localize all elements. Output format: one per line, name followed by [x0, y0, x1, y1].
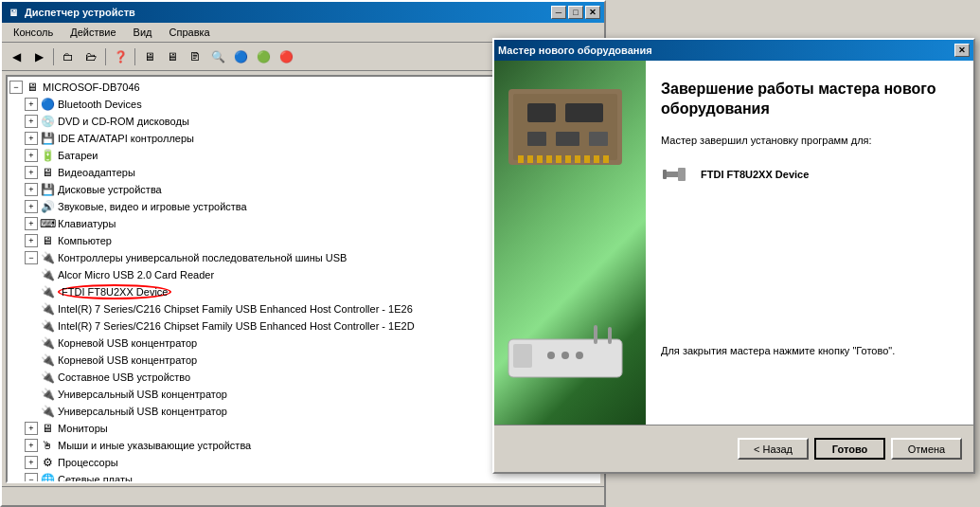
back-button[interactable]: < Назад: [738, 438, 809, 460]
icon5[interactable]: 🔵: [230, 46, 251, 67]
svg-rect-16: [603, 155, 609, 163]
svg-rect-2: [527, 103, 556, 122]
monitors-expand[interactable]: +: [25, 422, 38, 435]
intel2-icon: 🔌: [40, 318, 55, 334]
hub3-label: Универсальный USB концентратор: [58, 389, 227, 400]
hub2-label: Корневой USB концентратор: [58, 354, 197, 366]
mice-expand[interactable]: +: [25, 439, 38, 452]
wizard-close-button[interactable]: ✕: [954, 44, 970, 57]
svg-point-20: [561, 352, 569, 359]
wizard-subtitle: Мастер завершил установку программ для:: [661, 135, 958, 146]
root-expand[interactable]: −: [9, 81, 23, 94]
computer-expand[interactable]: +: [25, 234, 38, 247]
mice-icon: 🖱: [40, 438, 55, 453]
wizard-spacer: [661, 212, 958, 288]
svg-rect-12: [565, 155, 571, 163]
wizard-device-name: FTDI FT8U2XX Device: [701, 169, 809, 180]
display-label: Видеоадаптеры: [58, 167, 135, 178]
keyboard-label: Клавиатуры: [58, 218, 116, 229]
icon1[interactable]: 🖥: [139, 46, 160, 67]
svg-rect-22: [594, 325, 597, 344]
title-bar-buttons: ─ □ ✕: [551, 6, 600, 19]
bluetooth-icon: 🔵: [40, 97, 55, 112]
show-hide-button[interactable]: 🗁: [80, 46, 101, 67]
up-button[interactable]: 🗀: [58, 46, 79, 67]
svg-rect-25: [678, 168, 686, 181]
wizard-device-icon: [661, 165, 691, 184]
ftdi-icon: 🔌: [40, 284, 55, 299]
cancel-button[interactable]: Отмена: [891, 438, 962, 460]
icon3[interactable]: 🖹: [185, 46, 205, 67]
monitors-icon: 🖥: [40, 421, 55, 436]
dvd-icon: 💿: [40, 114, 55, 129]
sound-icon: 🔊: [40, 199, 55, 214]
svg-rect-13: [575, 155, 580, 163]
display-expand[interactable]: +: [25, 166, 38, 179]
wizard-buttons-area: < Назад Готово Отмена: [494, 425, 973, 472]
disk-icon: 💾: [40, 182, 55, 197]
usb-expand[interactable]: −: [25, 251, 38, 264]
bluetooth-expand[interactable]: +: [25, 98, 38, 111]
finish-button[interactable]: Готово: [814, 438, 885, 460]
usb-icon: 🔌: [40, 250, 55, 265]
ide-label: IDE ATA/ATAPI контроллеры: [58, 133, 194, 144]
device-manager-title: Диспетчер устройств: [25, 7, 551, 18]
wizard-body: Завершение работы мастера нового оборудо…: [494, 61, 973, 425]
menu-console[interactable]: Консоль: [6, 25, 61, 40]
computer-label: Компьютер: [58, 235, 112, 246]
svg-rect-18: [513, 344, 532, 368]
menu-help[interactable]: Справка: [162, 25, 218, 40]
svg-rect-8: [527, 155, 533, 163]
router-shape: [504, 325, 627, 387]
wizard-title-buttons: ✕: [954, 44, 970, 57]
batteries-expand[interactable]: +: [25, 149, 38, 162]
hub1-label: Корневой USB концентратор: [58, 337, 197, 349]
intel2-label: Intel(R) 7 Series/C216 Chipset Family US…: [58, 320, 415, 332]
toolbar-sep1: [53, 48, 54, 65]
back-button[interactable]: ◀: [6, 46, 27, 67]
wizard-title-bar: Мастер нового оборудования ✕: [494, 40, 973, 61]
processors-expand[interactable]: +: [25, 456, 38, 469]
keyboard-expand[interactable]: +: [25, 217, 38, 230]
alcor-label: Alcor Micro USB 2.0 Card Reader: [58, 269, 214, 281]
hub4-label: Универсальный USB концентратор: [58, 406, 227, 417]
network-expand[interactable]: −: [25, 473, 38, 483]
maximize-button[interactable]: □: [568, 6, 583, 19]
menu-action[interactable]: Действие: [62, 25, 123, 40]
icon4[interactable]: 🔍: [207, 46, 228, 67]
sound-expand[interactable]: +: [25, 200, 38, 213]
forward-button[interactable]: ▶: [28, 46, 49, 67]
device-manager-title-bar: 🖥 Диспетчер устройств ─ □ ✕: [2, 2, 604, 23]
computer-icon: 🖥: [40, 233, 55, 248]
disk-label: Дисковые устройства: [58, 184, 162, 195]
status-bar: [2, 486, 604, 505]
close-button[interactable]: ✕: [585, 6, 600, 19]
svg-rect-9: [537, 155, 543, 163]
alcor-icon: 🔌: [40, 267, 55, 282]
icon2[interactable]: 🖥: [162, 46, 183, 67]
svg-rect-23: [608, 327, 612, 344]
dvd-label: DVD и CD-ROM дисководы: [58, 116, 189, 127]
root-label: MICROSOF-DB7046: [43, 81, 140, 93]
svg-point-19: [547, 352, 555, 359]
minimize-button[interactable]: ─: [551, 6, 566, 19]
display-icon: 🖥: [40, 165, 55, 180]
help-button[interactable]: ❓: [110, 46, 131, 67]
icon7[interactable]: 🔴: [276, 46, 296, 67]
wizard-finish-text: Для закрытия мастера нажмите кнопку "Гот…: [661, 345, 958, 356]
hub3-icon: 🔌: [40, 387, 55, 402]
mice-label: Мыши и иные указывающие устройства: [58, 440, 251, 451]
icon6[interactable]: 🟢: [253, 46, 274, 67]
disk-expand[interactable]: +: [25, 183, 38, 196]
ide-expand[interactable]: +: [25, 132, 38, 145]
intel1-icon: 🔌: [40, 301, 55, 317]
wizard-heading: Завершение работы мастера нового оборудо…: [661, 80, 958, 119]
menu-view[interactable]: Вид: [126, 25, 160, 40]
processors-label: Процессоры: [58, 457, 118, 468]
ftdi-label: FTDI FT8U2XX Device: [58, 284, 171, 299]
pcb-card-image: [508, 89, 622, 165]
dvd-expand[interactable]: +: [25, 115, 38, 128]
wizard-device-row: FTDI FT8U2XX Device: [661, 165, 958, 184]
root-icon: 🖥: [25, 80, 40, 95]
wizard-window: Мастер нового оборудования ✕: [492, 38, 975, 474]
